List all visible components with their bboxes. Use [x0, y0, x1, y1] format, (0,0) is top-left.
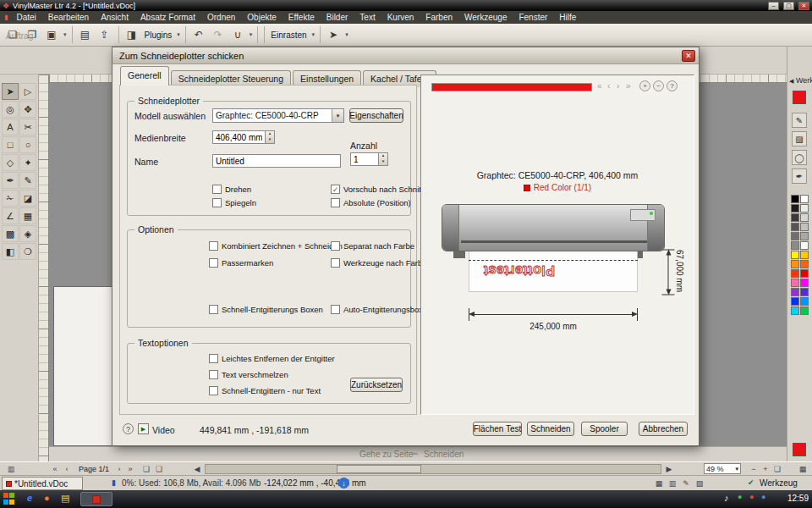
color-swatch[interactable] [791, 232, 799, 240]
zoom-out-icon[interactable]: − [653, 80, 664, 91]
media-width-spinner[interactable]: ▴▾ [266, 130, 275, 144]
prev-page-icon[interactable]: ‹ [61, 463, 73, 474]
zuruecksetzen-button[interactable]: Zurücksetzen [350, 378, 403, 392]
text-tool[interactable]: A [2, 119, 19, 135]
tab-generell[interactable]: Generell [120, 66, 169, 86]
add-page-icon[interactable]: ❏ [140, 463, 152, 474]
flaechen-test-button[interactable]: Flächen Test [473, 422, 522, 436]
color-swatch[interactable] [800, 260, 809, 268]
color-swatch[interactable] [800, 195, 809, 203]
nav-last-icon[interactable]: » [626, 81, 631, 91]
color-swatch[interactable] [791, 195, 799, 203]
color-swatch[interactable] [800, 288, 809, 296]
color-swatch[interactable] [800, 269, 809, 278]
einrasten-dropdown-icon[interactable]: ▾ [310, 31, 317, 38]
page-options-icon[interactable]: ❏ [153, 463, 165, 474]
scroll-left-icon[interactable]: ◀ [191, 463, 203, 474]
scrollbar-thumb[interactable] [337, 465, 421, 473]
zoom-tool[interactable]: ◎ [2, 101, 19, 118]
color-swatch[interactable] [791, 213, 799, 222]
polygon-tool[interactable]: ◇ [2, 154, 19, 171]
export-icon[interactable]: ⇪ [96, 25, 114, 44]
grid-icon[interactable]: ▦ [653, 478, 665, 489]
color-swatch[interactable] [791, 288, 799, 296]
zoom-in-icon[interactable]: + [760, 463, 771, 474]
pen-tool[interactable]: ✒ [2, 172, 19, 189]
chevron-down-icon[interactable]: ▾ [735, 466, 738, 472]
zoom-in-icon[interactable]: + [639, 80, 650, 91]
menu-ansicht[interactable]: Ansicht [95, 11, 134, 24]
color-swatch[interactable] [791, 241, 799, 250]
tray-shield-icon[interactable]: ● [738, 493, 742, 501]
menu-werkzeuge[interactable]: Werkzeuge [458, 11, 513, 24]
color-swatch[interactable] [791, 279, 799, 287]
schnell-entgittern-text-checkbox[interactable]: Schnell-Entgittern - nur Text [209, 386, 321, 395]
einrasten-label[interactable]: Einrasten [268, 30, 309, 40]
accent-color-swatch[interactable] [793, 443, 806, 456]
undo-icon[interactable]: ↶ [189, 25, 208, 44]
color-swatch[interactable] [800, 251, 809, 259]
color-swatch[interactable] [791, 251, 799, 259]
auto-entgitterungsbox-checkbox[interactable]: Auto-Entgitterungsbox [331, 305, 423, 314]
nav-first-icon[interactable]: « [597, 81, 602, 91]
color-swatch[interactable] [800, 204, 809, 213]
fit-page-icon[interactable]: ❏ [771, 463, 783, 474]
plugins-label[interactable]: Plugins [142, 30, 175, 40]
dialog-close-button[interactable]: ✕ [682, 50, 695, 62]
scroll-right-icon[interactable]: ▶ [663, 463, 675, 474]
nav-prev-icon[interactable]: ‹ [607, 81, 610, 91]
folder-icon[interactable]: ▤ [61, 493, 69, 504]
werkzeuge-nach-farbe-checkbox[interactable]: Werkzeuge nach Farbe [331, 258, 427, 268]
stamp-icon[interactable]: ▨ [694, 478, 705, 489]
gradient-tool[interactable]: ▩ [2, 225, 19, 242]
menu-objekte[interactable]: Objekte [241, 11, 282, 24]
print-icon[interactable]: ▤ [76, 25, 95, 44]
pan-tool[interactable]: ✥ [19, 101, 36, 118]
first-page-icon[interactable]: « [49, 463, 61, 474]
current-color-swatch[interactable] [793, 91, 806, 104]
pencil-icon[interactable]: ✎ [792, 113, 807, 128]
spooler-button[interactable]: Spooler [581, 422, 628, 436]
color-swatch[interactable] [800, 279, 809, 287]
model-select[interactable]: Graphtec: CE5000-40-CRP ▾ [212, 108, 344, 123]
count-input[interactable] [350, 152, 379, 166]
name-input[interactable] [212, 154, 341, 168]
cursor-tool-icon[interactable]: ➤ [324, 25, 343, 44]
color-swatch[interactable] [800, 232, 809, 240]
color-swatch[interactable] [800, 223, 809, 231]
layers-icon[interactable]: ▥ [667, 478, 678, 489]
passermarken-checkbox[interactable]: Passermarken [209, 258, 273, 268]
last-page-icon[interactable]: » [124, 463, 136, 474]
menu-bearbeiten[interactable]: Bearbeiten [42, 11, 95, 24]
vinylmaster-task-button[interactable] [80, 492, 112, 506]
menu-effekte[interactable]: Effekte [283, 11, 321, 24]
weed-tool[interactable]: ✂ [19, 119, 36, 135]
help-icon[interactable]: ? [123, 423, 134, 434]
color-swatch[interactable] [791, 297, 799, 306]
schnell-entgitterungs-boxen-checkbox[interactable]: Schnell-Entgitterungs Boxen [209, 305, 323, 314]
vorschub-checkbox[interactable]: ✓Vorschub nach Schnitt [331, 185, 424, 194]
redo-icon[interactable]: ↷ [209, 25, 228, 44]
video-label[interactable]: Video [152, 425, 175, 435]
leichtes-entfernen-checkbox[interactable]: Leichtes Entfernen der Entgitter [209, 354, 335, 363]
count-field[interactable]: ▴▾ [350, 152, 388, 166]
shadow-tool[interactable]: ❍ [19, 243, 36, 260]
rectangle-tool[interactable]: □ [2, 136, 19, 153]
start-button[interactable] [3, 493, 17, 505]
ellipse-tool[interactable]: ○ [19, 136, 36, 153]
plugins-dropdown-icon[interactable]: ▾ [175, 31, 182, 38]
kombiniert-checkbox[interactable]: Kombiniert Zeichnen + Schneiden [209, 241, 343, 251]
dock-header[interactable]: ◀ Werkze [789, 76, 812, 85]
schneiden-button[interactable]: Schneiden [527, 422, 574, 436]
speaker-icon[interactable]: ♪ [724, 493, 729, 503]
document-tab[interactable]: *Untitled.vDoc [2, 477, 83, 490]
info-down-icon[interactable]: ↓ [338, 478, 349, 489]
select-tool[interactable]: ➤ [2, 83, 19, 100]
plugins-icon[interactable]: ◨ [123, 25, 141, 44]
close-button[interactable]: ✕ [798, 2, 809, 10]
color-swatch[interactable] [791, 269, 799, 278]
tray-network-icon[interactable]: ● [761, 493, 765, 501]
save-icon[interactable]: ▣ [42, 25, 61, 44]
collapse-left-icon[interactable]: ◀ [789, 78, 793, 84]
goto-page-label[interactable]: Gehe zu Seite [359, 450, 413, 459]
